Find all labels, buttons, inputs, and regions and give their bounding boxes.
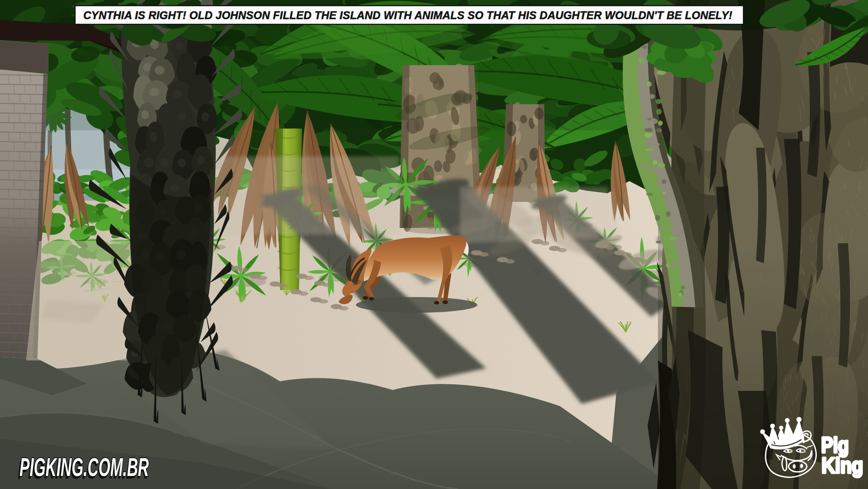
svg-text:PIGKING.COM.BR: PIGKING.COM.BR (20, 453, 149, 482)
svg-text:King: King (822, 453, 863, 478)
svg-text:CYNTHIA IS RIGHT! OLD JOHNSON: CYNTHIA IS RIGHT! OLD JOHNSON FILLED THE… (83, 9, 733, 21)
